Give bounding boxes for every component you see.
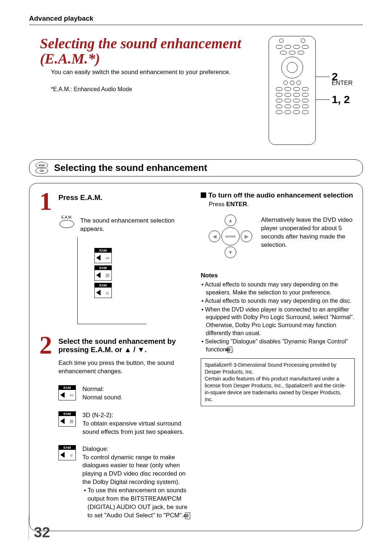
square-bullet-icon: [201, 192, 206, 198]
mode-3d-title: 3D (N-2-2):: [82, 411, 191, 420]
mode-normal: EAM››› Normal: Normal sound.: [58, 385, 191, 403]
mode-dialogue-title: Dialogue:: [82, 445, 191, 453]
right-column: To turn off the audio enhancement select…: [201, 191, 355, 406]
eam-icon: EAM))): [58, 411, 76, 427]
turnoff-alt-text: Alternatively leave the DVD video player…: [261, 216, 355, 249]
mode-3d: EAM))) 3D (N-2-2): To obtain expansive v…: [58, 411, 191, 436]
dpad-diagram: ▲ ▼ ◀ ▶ ENTER: [209, 215, 252, 258]
eam-icon: EAM›››: [58, 385, 76, 400]
mode-dialogue: EAM☺ Dialogue: To control dynamic range …: [58, 445, 191, 520]
step-2-heading: Select the sound enhancement by pressing…: [58, 337, 191, 354]
eam-icon: EAM›››: [94, 248, 112, 263]
eam-icon: EAM☺: [58, 445, 76, 460]
eam-button-icon: E.A.M.: [58, 215, 75, 233]
intro-row: Selecting the sound enhancement (E.A.M.*…: [29, 36, 363, 145]
note-item: • Actual effects to sounds may vary depe…: [206, 281, 355, 296]
remote-diagram: 2 ENTER 1, 2: [269, 36, 363, 145]
rule: [29, 25, 363, 25]
page-number: 32: [28, 516, 50, 539]
note-item: • Selecting "Dialogue" disables "Dynamic…: [206, 338, 355, 353]
notes-list: • Actual effects to sounds may vary depe…: [201, 281, 355, 353]
mode-dialogue-desc: To control dynamic range to make dialogu…: [82, 453, 191, 487]
trademark-box: Spatializer® 3-Dimensional Sound Process…: [201, 358, 355, 406]
page-title: Selecting the sound enhancement (E.A.M.*…: [40, 36, 261, 66]
step-1-number: 1: [37, 191, 54, 212]
note-item: • When the DVD video player is connected…: [206, 306, 355, 337]
step-1-heading: Press E.A.M.: [58, 194, 191, 202]
eam-icon: EAM☺: [94, 283, 112, 298]
callout-1-2: 1, 2: [316, 93, 350, 106]
turnoff-sub: Press ENTER.: [209, 201, 355, 208]
step-1-body: The sound enhancement selection appears.: [80, 217, 191, 233]
step-1: 1 Press E.A.M.: [37, 191, 191, 212]
mode-normal-title: Normal:: [82, 385, 123, 394]
section-bar-title: Selecting the sound enhancement: [54, 162, 207, 174]
osd-preview: EAM››› EAM))) EAM☺: [77, 237, 146, 324]
enter-button-icon: ENTER: [221, 227, 240, 245]
callout-enter-label: ENTER: [332, 80, 353, 87]
disc-icon: DVD CD: [34, 162, 49, 174]
eam-footnote: *E.A.M.: Enhanced Audio Mode: [51, 86, 261, 93]
mode-normal-desc: Normal sound.: [82, 394, 123, 402]
left-column: 1 Press E.A.M. E.A.M. The sound enhancem…: [37, 191, 191, 520]
turnoff-heading: To turn off the audio enhancement select…: [201, 191, 355, 199]
subtitle: You can easily switch the sound enhancem…: [51, 69, 261, 76]
step-2-body: Each time you press the button, the soun…: [58, 359, 191, 376]
step-2-number: 2: [37, 335, 54, 355]
step-2: 2 Select the sound enhancement by pressi…: [37, 335, 191, 355]
notes-heading: Notes: [201, 272, 355, 279]
mode-3d-desc: To obtain expansive virtual surround sou…: [82, 420, 191, 436]
section-bar: DVD CD Selecting the sound enhancement: [29, 159, 363, 176]
procedure-card: 1 Press E.A.M. E.A.M. The sound enhancem…: [29, 183, 363, 531]
section-heading: Advanced playback: [29, 15, 363, 23]
eam-icon: EAM))): [94, 265, 112, 281]
mode-dialogue-bullet: • To use this enhancement on sounds outp…: [87, 486, 191, 520]
page-ref-icon: 40: [228, 347, 232, 353]
page-ref-icon: 40: [185, 513, 190, 519]
note-item: • Actual effects to sounds may vary depe…: [206, 297, 355, 305]
